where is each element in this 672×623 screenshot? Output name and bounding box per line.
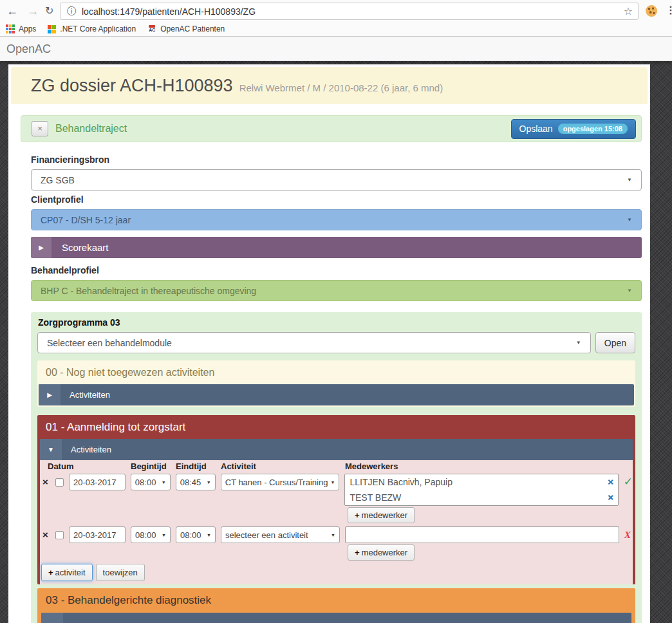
- page-title: ZG dossier ACH-H100893: [31, 76, 233, 96]
- forward-icon[interactable]: →: [27, 3, 39, 19]
- bookmark-label: .NET Core Application: [60, 24, 136, 33]
- valid-check-icon: ✓: [624, 474, 633, 490]
- dossier-banner: ZG dossier ACH-H100893 Relwi Webrmet / M…: [11, 67, 648, 104]
- datum-input[interactable]: 20-03-2017: [69, 526, 126, 543]
- site-navbar: OpenAC: [0, 37, 672, 61]
- chevron-down-icon: ▼: [207, 480, 211, 485]
- begintijd-select[interactable]: 08:00▼: [131, 474, 171, 490]
- activiteiten-label: Activiteiten: [71, 439, 111, 460]
- activiteit-select[interactable]: selecteer een activiteit▼: [221, 526, 340, 543]
- brand-openac[interactable]: OpenAC: [0, 37, 51, 61]
- chevron-down-icon: ▼: [627, 288, 632, 293]
- clientprofiel-select[interactable]: CP07 - D/SH 5-12 jaar ▼: [31, 209, 642, 230]
- plus-icon: +: [355, 548, 360, 557]
- collapse-icon[interactable]: ▼: [40, 439, 62, 460]
- page-info-icon[interactable]: ⓘ: [67, 6, 76, 17]
- url-bar[interactable]: ⓘ localhost:1479/patienten/ACH-H100893/Z…: [60, 3, 639, 20]
- section-03-title: 03 - Behandelgerichte diagnostiek: [37, 588, 635, 613]
- apps-shortcut[interactable]: Apps: [6, 24, 36, 33]
- cookie-extension-icon[interactable]: [646, 5, 657, 17]
- open-button[interactable]: Open: [595, 332, 635, 353]
- page-background: ZG dossier ACH-H100893 Relwi Webrmet / M…: [0, 61, 672, 623]
- remove-medewerker-icon[interactable]: ×: [608, 474, 613, 490]
- section-01: 01 - Aanmelding tot zorgstart ▼ Activite…: [37, 415, 635, 584]
- activity-row: × 20-03-2017 08:00▼ 08:00▼ selecteer een…: [40, 526, 633, 543]
- browser-toolbar: ← → ↻ ⓘ localhost:1479/patienten/ACH-H10…: [0, 0, 672, 22]
- eindtijd-select[interactable]: 08:45▼: [176, 474, 216, 490]
- toewijzen-button[interactable]: toewijzen: [96, 564, 145, 581]
- row-checkbox[interactable]: [55, 531, 64, 539]
- add-medewerker-button[interactable]: +medewerker: [348, 544, 415, 561]
- remove-medewerker-icon[interactable]: ×: [608, 490, 613, 505]
- chevron-down-icon: ▼: [207, 533, 211, 537]
- section-03: 03 - Behandelgerichte diagnostiek: [37, 588, 635, 623]
- apps-grid-icon: [6, 24, 15, 33]
- chevron-down-icon: ▼: [162, 480, 166, 485]
- begintijd-select[interactable]: 08:00▼: [131, 526, 171, 543]
- financieringsbron-label: Financieringsbron: [31, 154, 642, 165]
- add-medewerker-button[interactable]: +medewerker: [348, 507, 415, 523]
- activiteiten-label: Activiteiten: [70, 384, 110, 405]
- clientprofiel-value: CP07 - D/SH 5-12 jaar: [41, 215, 131, 225]
- close-panel-button[interactable]: ×: [32, 121, 48, 136]
- bookmark-star-icon[interactable]: ☆: [624, 5, 633, 17]
- clientprofiel-label: Clientprofiel: [31, 194, 642, 205]
- add-activiteit-button[interactable]: +activiteit: [41, 564, 93, 581]
- behandelprofiel-label: Behandelprofiel: [31, 265, 642, 275]
- bookmarks-bar: Apps .NET Core Application AC OpenAC Pat…: [0, 22, 672, 37]
- page-container: ZG dossier ACH-H100893 Relwi Webrmet / M…: [8, 64, 650, 623]
- patient-summary: Relwi Webrmet / M / 2010-08-22 (6 jaar, …: [239, 82, 443, 93]
- medewerker-item: LLITJEN Bacnivh, Papuip ×: [345, 474, 617, 490]
- scorekaart-label: Scorekaart: [62, 237, 109, 258]
- col-datum: Datum: [48, 461, 104, 472]
- delete-row-icon[interactable]: ×: [42, 474, 50, 490]
- chevron-down-icon: ▼: [162, 533, 166, 537]
- save-label: Opslaan: [519, 124, 553, 134]
- col-medewerkers: Medewerkers: [345, 461, 619, 472]
- bookmark-openac-patienten[interactable]: AC OpenAC Patienten: [147, 24, 225, 33]
- expand-icon[interactable]: ▶: [39, 384, 61, 405]
- bookmark-label: OpenAC Patienten: [160, 24, 225, 33]
- col-begintijd: Begintijd: [131, 461, 171, 472]
- expand-scorekaart-icon[interactable]: ▶: [31, 237, 51, 258]
- reload-icon[interactable]: ↻: [45, 3, 53, 19]
- behandeltraject-panel-header: × Behandeltraject Opslaan opgeslagen 15:…: [21, 115, 642, 142]
- expand-icon[interactable]: [41, 613, 63, 623]
- bookmark-dotnet-core[interactable]: .NET Core Application: [48, 24, 136, 33]
- eindtijd-select[interactable]: 08:00▼: [176, 526, 216, 543]
- section-03-activiteiten-bar[interactable]: [41, 613, 631, 623]
- plus-icon: +: [355, 510, 360, 520]
- delete-row-icon[interactable]: ×: [42, 526, 50, 543]
- chevron-down-icon: ▼: [576, 340, 581, 346]
- section-01-activiteiten-bar[interactable]: ▼ Activiteiten: [40, 439, 633, 460]
- url-text[interactable]: localhost:1479/patienten/ACH-H100893/ZG: [82, 6, 624, 17]
- behandelmodule-value: Selecteer een behandelmodule: [47, 338, 172, 348]
- section-00: 00 - Nog niet toegewezen activiteiten ▶ …: [37, 360, 635, 407]
- chevron-down-icon: ▼: [627, 177, 632, 183]
- financieringsbron-select[interactable]: ZG SGB ▼: [31, 169, 642, 191]
- activity-row: × 20-03-2017 08:00▼ 08:45▼ CT hanen - Cu…: [40, 474, 633, 506]
- col-eindtijd: Eindtijd: [176, 461, 216, 472]
- behandelprofiel-select[interactable]: BHP C - Behandeltraject in thereapeutisc…: [31, 280, 642, 301]
- section-00-activiteiten-bar[interactable]: ▶ Activiteiten: [39, 384, 634, 405]
- panel-title: Behandeltraject: [55, 123, 127, 135]
- financieringsbron-value: ZG SGB: [41, 175, 75, 185]
- datum-input[interactable]: 20-03-2017: [69, 474, 126, 490]
- behandelprofiel-value: BHP C - Behandeltraject in thereapeutisc…: [41, 286, 256, 296]
- behandelmodule-select[interactable]: Selecteer een behandelmodule ▼: [37, 332, 591, 353]
- zorgprogramma-label: Zorgprogramma 03: [38, 317, 635, 328]
- scorekaart-bar: ▶ Scorekaart: [31, 237, 642, 258]
- browser-menu-icon[interactable]: ⋮: [666, 4, 672, 16]
- activiteit-select[interactable]: CT hanen - Cursus/Training▼: [221, 474, 340, 490]
- save-button[interactable]: Opslaan opgeslagen 15:08: [511, 119, 636, 139]
- medewerker-item: TEST BEZW ×: [345, 490, 617, 505]
- back-icon[interactable]: ←: [6, 3, 18, 19]
- plus-icon: +: [48, 568, 53, 577]
- activiteiten-table-header: Datum Begintijd Eindtijd Activiteit Mede…: [40, 461, 633, 472]
- row-checkbox[interactable]: [55, 478, 64, 487]
- invalid-x-icon: X: [624, 526, 631, 543]
- section-00-title: 00 - Nog niet toegewezen activiteiten: [39, 362, 634, 384]
- chevron-down-icon: ▼: [627, 217, 632, 223]
- medewerkers-box: LLITJEN Bacnivh, Papuip × TEST BEZW ×: [344, 474, 618, 506]
- medewerkers-box[interactable]: [345, 526, 619, 543]
